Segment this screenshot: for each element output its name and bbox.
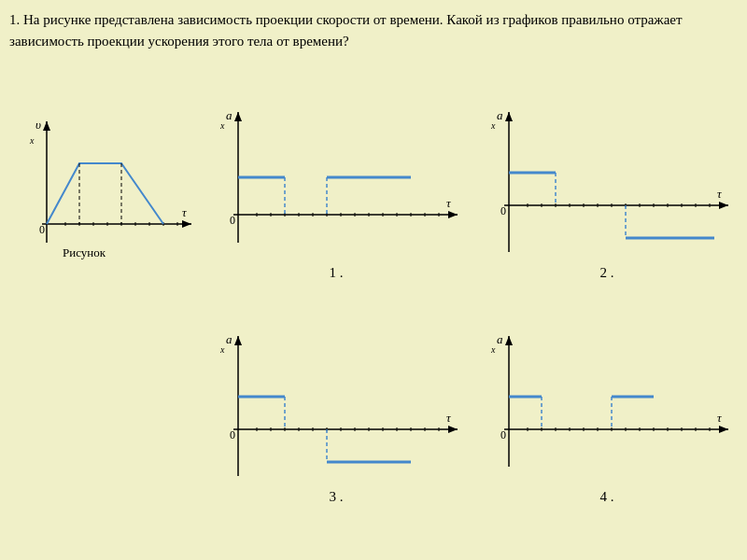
svg-marker-100 — [505, 336, 513, 345]
answer-graph-3: τ a x 0 3 . — [205, 327, 467, 541]
svg-text:x: x — [490, 344, 496, 355]
svg-text:τ: τ — [182, 205, 188, 219]
svg-text:0: 0 — [500, 428, 506, 441]
answer-graph-1: τ a x 0 1 . — [205, 103, 467, 317]
svg-marker-49 — [719, 202, 728, 209]
svg-text:a: a — [226, 332, 233, 346]
svg-marker-74 — [234, 336, 242, 345]
svg-text:x: x — [29, 135, 35, 146]
svg-text:x: x — [490, 120, 496, 131]
svg-text:a: a — [497, 108, 503, 122]
svg-text:τ: τ — [446, 196, 452, 210]
svg-marker-75 — [448, 426, 458, 433]
main-graph: τ υ x 0 Рисунок — [9, 112, 196, 280]
svg-text:υ: υ — [35, 118, 41, 132]
answer-graphs: τ a x 0 1 . — [205, 103, 738, 541]
svg-text:τ: τ — [717, 187, 723, 201]
svg-text:0: 0 — [230, 428, 235, 441]
svg-marker-22 — [234, 112, 242, 121]
svg-marker-48 — [505, 112, 513, 121]
svg-text:0: 0 — [500, 204, 506, 217]
svg-marker-2 — [43, 121, 50, 131]
svg-text:a: a — [226, 108, 233, 122]
svg-marker-101 — [719, 426, 728, 433]
svg-text:τ: τ — [446, 411, 452, 425]
svg-text:a: a — [497, 332, 503, 346]
svg-text:0: 0 — [39, 223, 45, 236]
answer-graph-4: τ a x 0 4 . — [476, 327, 738, 541]
svg-marker-3 — [182, 220, 191, 228]
svg-text:τ: τ — [717, 411, 723, 425]
svg-text:Рисунок: Рисунок — [63, 245, 106, 259]
question-text: 1. На рисунке представлена зависимость п… — [9, 9, 738, 51]
answer-graph-2: τ a x 0 2 . — [476, 103, 738, 317]
svg-text:x: x — [219, 344, 225, 355]
svg-text:0: 0 — [230, 214, 235, 227]
svg-text:x: x — [219, 120, 225, 131]
svg-marker-23 — [448, 211, 458, 218]
